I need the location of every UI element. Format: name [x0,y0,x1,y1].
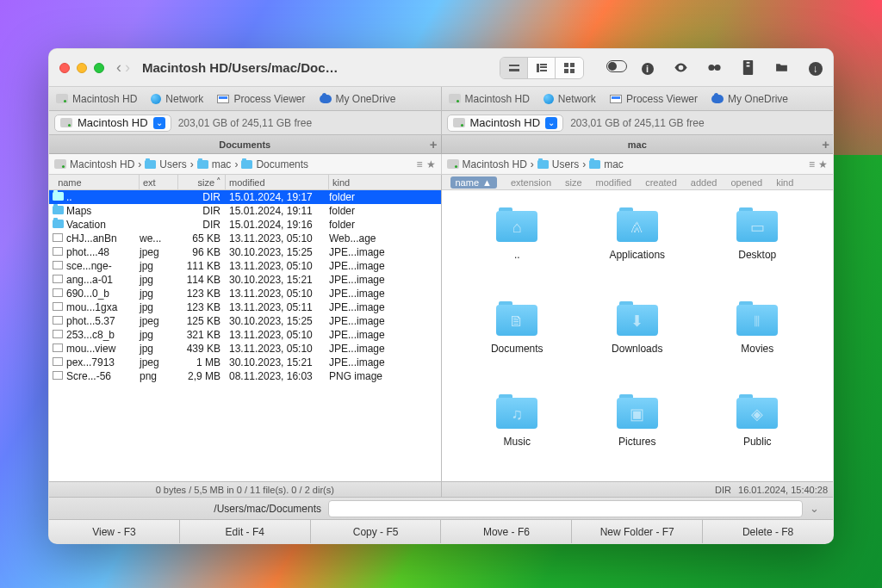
icon-col-added[interactable]: added [691,177,717,188]
fkey-button[interactable]: Copy - F5 [311,520,442,543]
file-size: DIR [178,205,226,217]
info-icon[interactable]: i [640,60,655,75]
forward-button[interactable]: › [125,59,130,77]
list-toggle-icon[interactable]: ≡ [809,158,815,170]
icon-col-created[interactable]: created [645,177,677,188]
breadcrumb-item[interactable]: Users [537,158,579,170]
favorite-tab[interactable]: My OneDrive [711,93,788,105]
folder-tile[interactable]: 🗎Documents [463,300,573,373]
table-row[interactable]: MapsDIR15.01.2024, 19:11folder [49,204,441,218]
panel-headings: Documents + mac + [49,135,833,154]
file-ext: jpg [140,288,178,300]
folder-tile[interactable]: ⌂.. [463,206,573,279]
favorite-tab-label: My OneDrive [336,93,396,105]
path-dropdown-icon[interactable]: ⌄ [810,502,819,515]
icon-grid[interactable]: ⌂..⩓Applications▭Desktop🗎Documents⬇Downl… [442,190,834,481]
pv-icon [217,95,229,103]
drive-selector-right[interactable]: Macintosh HD ⌄ [447,115,564,132]
table-row[interactable]: sce...nge-jpg111 KB13.11.2023, 05:10JPE.… [49,259,441,273]
folder-tile[interactable]: ◈Public [703,393,813,466]
breadcrumb-item[interactable]: Macintosh HD [70,158,134,170]
drive-dropdown-icon[interactable]: ⌄ [545,117,557,129]
binoculars-icon[interactable] [707,60,722,75]
drive-selector-left[interactable]: Macintosh HD ⌄ [54,115,171,132]
file-list[interactable]: ..DIR15.01.2024, 19:17folderMapsDIR15.01… [49,190,441,481]
nav-arrows: ‹ › [116,59,130,77]
favorite-tab[interactable]: Network [151,93,203,105]
col-name[interactable]: name [49,175,140,189]
list-toggle-icon[interactable]: ≡ [416,158,422,170]
fkey-button[interactable]: New Folder - F7 [572,520,703,543]
folder-tile[interactable]: ⩓Applications [582,206,693,279]
icon-col-size[interactable]: size [565,177,582,188]
archive-icon[interactable] [741,60,755,75]
columns-view-button[interactable] [528,58,556,78]
folder-tile[interactable]: ▣Pictures [582,393,693,466]
icon-col-opened[interactable]: opened [730,177,762,188]
file-name: 253...c8_b [66,329,140,341]
star-icon[interactable]: ★ [426,158,436,170]
icons-view-button[interactable] [556,58,583,78]
download-icon[interactable]: ↓ [808,60,823,75]
folder-label: .. [514,249,520,261]
zoom-button[interactable] [94,63,104,73]
favorite-tab[interactable]: Macintosh HD [449,93,530,105]
star-icon[interactable]: ★ [818,158,828,170]
breadcrumb-left[interactable]: Macintosh HD›Users›mac›Documents≡★ [49,154,442,174]
drive-icon [449,94,461,103]
breadcrumb-item[interactable]: mac [197,158,232,170]
table-row[interactable]: phot...5.37jpeg125 KB30.10.2023, 15:25JP… [49,314,441,328]
table-row[interactable]: ..DIR15.01.2024, 19:17folder [49,190,441,204]
table-row[interactable]: mou...viewjpg439 KB13.11.2023, 05:10JPE.… [49,342,441,356]
fkey-button[interactable]: Edit - F4 [180,520,311,543]
col-modified[interactable]: modified [226,175,329,189]
breadcrumb-item[interactable]: Users [145,158,186,170]
folder-tile[interactable]: ⦀Movies [703,300,813,373]
fkey-button[interactable]: Move - F6 [441,520,572,543]
breadcrumb-item[interactable]: mac [589,158,624,170]
table-row[interactable]: phot....48jpeg96 KB30.10.2023, 15:25JPE.… [49,245,441,259]
breadcrumb-item[interactable]: Macintosh HD [463,158,527,170]
file-size: 111 KB [178,260,226,272]
folder-icon[interactable] [774,60,789,75]
folder-tile[interactable]: ⬇Downloads [582,300,693,373]
col-ext[interactable]: ext [140,175,178,189]
favorite-tab[interactable]: Network [543,93,596,105]
folder-tile[interactable]: ♫Music [463,393,573,466]
table-row[interactable]: Scre...-56png2,9 MB08.11.2023, 16:03PNG … [49,369,441,383]
fkey-button[interactable]: Delete - F8 [703,520,833,543]
folder-tile[interactable]: ▭Desktop [703,206,813,279]
minimize-button[interactable] [77,63,87,73]
new-tab-left-button[interactable]: + [430,137,438,152]
icon-col-kind[interactable]: kind [776,177,793,188]
table-row[interactable]: 690...0_bjpg123 KB13.11.2023, 05:10JPE..… [49,287,441,300]
col-size[interactable]: size˄ [178,175,226,189]
table-row[interactable]: ang...a-01jpg114 KB30.10.2023, 15:21JPE.… [49,273,441,287]
fkey-button[interactable]: View - F3 [49,520,180,543]
table-row[interactable]: VacationDIR15.01.2024, 19:16folder [49,218,441,232]
icon-col-extension[interactable]: extension [511,177,551,188]
table-row[interactable]: cHJ...anBnwe...65 KB13.11.2023, 05:10Web… [49,232,441,245]
list-view-button[interactable] [500,58,528,78]
col-kind[interactable]: kind [329,175,441,189]
close-button[interactable] [59,63,70,73]
favorite-tab[interactable]: Process Viewer [217,93,305,105]
table-row[interactable]: mou...1gxajpg123 KB13.11.2023, 05:11JPE.… [49,300,441,314]
new-tab-right-button[interactable]: + [822,137,829,152]
path-input[interactable] [328,500,803,517]
table-row[interactable]: 253...c8_bjpg321 KB13.11.2023, 05:10JPE.… [49,328,441,342]
drive-dropdown-icon[interactable]: ⌄ [153,117,165,129]
breadcrumb-item[interactable]: Documents [241,158,308,170]
list-header: name ext size˄ modified kind [49,175,441,190]
breadcrumb-right[interactable]: Macintosh HD›Users›mac≡★ [442,154,834,174]
favorite-tab[interactable]: Macintosh HD [56,93,137,105]
favorite-tab[interactable]: Process Viewer [610,93,698,105]
table-row[interactable]: pex...7913jpeg1 MB30.10.2023, 15:21JPE..… [49,356,441,369]
toggle-icon[interactable] [606,60,621,75]
icon-col-modified[interactable]: modified [596,177,632,188]
quicklook-icon[interactable] [674,60,688,75]
icon-col-name[interactable]: name ▲ [450,176,497,189]
back-button[interactable]: ‹ [116,59,121,77]
folder-icon [537,160,549,169]
favorite-tab[interactable]: My OneDrive [320,93,396,105]
